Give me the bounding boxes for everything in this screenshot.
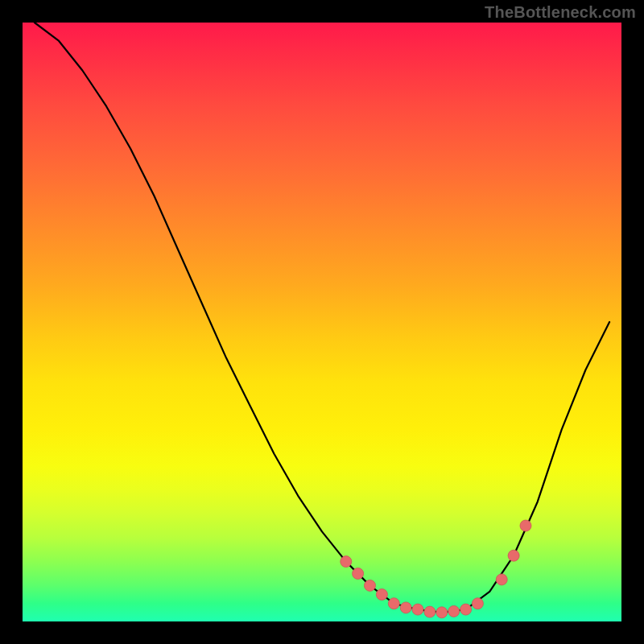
- data-point-marker: [460, 604, 472, 615]
- data-point-marker: [520, 520, 531, 531]
- data-point-marker: [353, 568, 364, 580]
- data-point-marker: [365, 580, 376, 591]
- markers-group: [341, 520, 531, 618]
- data-point-marker: [424, 606, 436, 617]
- data-point-marker: [400, 602, 411, 613]
- data-point-marker: [448, 605, 460, 617]
- data-point-marker: [341, 556, 352, 568]
- data-point-marker: [496, 574, 507, 585]
- data-point-marker: [376, 589, 387, 601]
- data-point-marker: [436, 607, 448, 618]
- watermark-text: TheBottleneck.com: [485, 3, 636, 22]
- data-point-marker: [388, 598, 399, 609]
- data-point-marker: [412, 604, 423, 615]
- chart-svg: [23, 23, 621, 621]
- data-point-marker: [508, 550, 519, 561]
- data-point-marker: [472, 598, 483, 609]
- chart-frame: TheBottleneck.com: [0, 0, 644, 644]
